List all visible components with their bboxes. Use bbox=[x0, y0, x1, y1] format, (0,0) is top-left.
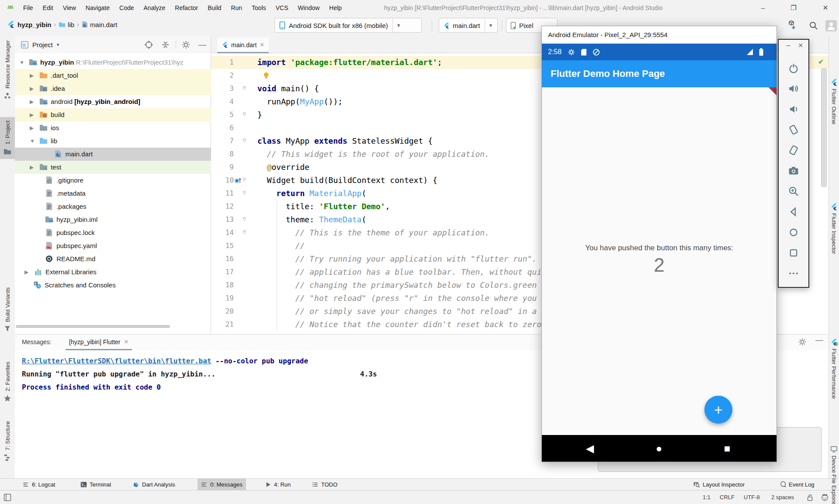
menu-item-run[interactable]: Run bbox=[226, 4, 247, 11]
tree-item-android[interactable]: ▶android [hyzp_yibin_android] bbox=[15, 95, 211, 108]
overview-button[interactable] bbox=[779, 247, 808, 259]
tree-item-main-dart[interactable]: main.dart bbox=[15, 148, 211, 161]
fold-marker-icon[interactable] bbox=[243, 230, 248, 236]
expand-arrow-icon[interactable]: ▶ bbox=[30, 82, 34, 95]
tree-item-lib[interactable]: ▼lib bbox=[15, 135, 211, 148]
avatar[interactable] bbox=[825, 20, 837, 32]
console-tab-flutter[interactable]: [hyzp_yibin] Flutter ✕ bbox=[66, 335, 132, 350]
tree-item-test[interactable]: ▶test bbox=[15, 161, 211, 174]
fold-marker-icon[interactable] bbox=[243, 190, 248, 197]
tool-window-button-messages[interactable]: 0: Messages bbox=[198, 479, 246, 490]
project-view-label[interactable]: Project bbox=[32, 41, 53, 48]
volume-up-button[interactable] bbox=[779, 83, 808, 94]
menu-item-navigate[interactable]: Navigate bbox=[81, 4, 114, 11]
hide-panel-icon[interactable]: — bbox=[198, 40, 206, 49]
menu-item-edit[interactable]: Edit bbox=[38, 4, 58, 11]
tool-window-tab-flutter-performance[interactable]: Flutter Performance bbox=[829, 338, 839, 399]
increment-fab[interactable]: + bbox=[704, 396, 732, 424]
editor-scrollbar[interactable] bbox=[821, 68, 827, 187]
tool-window-tab-device-file-explorer[interactable]: Device File Explorer bbox=[829, 445, 839, 504]
horizontal-scrollbar[interactable] bbox=[16, 325, 170, 328]
file-encoding[interactable]: UTF-8 bbox=[744, 490, 760, 504]
tree-item-pubspec-lock[interactable]: pubspec.lock bbox=[15, 226, 211, 239]
tree-item--dart-tool[interactable]: ▶.dart_tool bbox=[15, 69, 211, 82]
menu-item-vcs[interactable]: VCS bbox=[271, 4, 293, 11]
tree-item-build[interactable]: ▶build bbox=[15, 108, 211, 121]
zoom-button[interactable] bbox=[779, 186, 808, 197]
gear-icon[interactable] bbox=[181, 40, 191, 49]
tool-window-button-terminal[interactable]: Terminal bbox=[77, 479, 114, 490]
expand-arrow-icon[interactable]: ▶ bbox=[30, 161, 34, 174]
back-button[interactable]: ◀ bbox=[581, 435, 599, 462]
tree-item-external-libraries[interactable]: ▶External Libraries bbox=[15, 266, 211, 279]
tool-window-button-todo[interactable]: TODO bbox=[309, 479, 341, 490]
screenshot-button[interactable] bbox=[779, 165, 808, 176]
unlock-icon[interactable] bbox=[807, 494, 814, 501]
menu-item-file[interactable]: File bbox=[18, 4, 38, 11]
volume-down-button[interactable] bbox=[779, 104, 808, 115]
tree-item-hyzp-yibin-iml[interactable]: hyzp_yibin.iml bbox=[15, 213, 211, 226]
rotate-left-button[interactable] bbox=[779, 124, 808, 135]
expand-arrow-icon[interactable]: ▶ bbox=[24, 266, 28, 279]
tool-window-button-logcat[interactable]: 6: Logcat bbox=[19, 479, 59, 490]
locate-file-icon[interactable] bbox=[144, 40, 153, 49]
device-selector[interactable]: Android SDK built for x86 (mobile) ▼ bbox=[274, 18, 422, 33]
tool-window-tab-build-variants[interactable]: Build Variants bbox=[0, 287, 15, 333]
menu-item-help[interactable]: Help bbox=[324, 4, 347, 11]
maximize-button[interactable]: ❐ bbox=[784, 0, 804, 16]
search-icon[interactable] bbox=[808, 21, 819, 31]
menu-item-tools[interactable]: Tools bbox=[247, 4, 271, 11]
collapse-arrow-icon[interactable]: ▼ bbox=[19, 56, 24, 69]
line-separator[interactable]: CRLF bbox=[720, 490, 735, 504]
overview-button[interactable]: ■ bbox=[718, 435, 736, 462]
expand-arrow-icon[interactable]: ▶ bbox=[30, 95, 34, 108]
home-button[interactable] bbox=[779, 227, 808, 238]
tree-item--gitignore[interactable]: .gitignore bbox=[15, 174, 211, 187]
tree-item--idea[interactable]: ▶.idea bbox=[15, 82, 211, 95]
tool-window-tab-7-structure[interactable]: 7: Structure bbox=[0, 421, 15, 461]
fold-marker-icon[interactable] bbox=[243, 112, 248, 118]
tool-window-button-event-log[interactable]: Event Log bbox=[776, 479, 818, 490]
run-config-selector[interactable]: main.dart ▼ bbox=[439, 18, 498, 33]
chevron-down-icon[interactable]: ▼ bbox=[56, 42, 60, 47]
fold-marker-icon[interactable] bbox=[243, 86, 248, 92]
more-options-button[interactable] bbox=[779, 268, 808, 279]
tab-main-dart[interactable]: main.dart ✕ bbox=[217, 38, 269, 53]
gear-icon[interactable] bbox=[798, 338, 807, 346]
tree-item-pubspec-yaml[interactable]: YMLpubspec.yaml bbox=[15, 239, 211, 252]
menu-item-code[interactable]: Code bbox=[114, 4, 139, 11]
breadcrumb-project[interactable]: hyzp_yibin bbox=[17, 21, 52, 28]
overrides-method-icon[interactable] bbox=[234, 177, 242, 184]
back-button[interactable] bbox=[779, 206, 808, 217]
intention-bulb-icon[interactable] bbox=[263, 72, 270, 79]
breadcrumb-dir[interactable]: lib bbox=[68, 21, 74, 28]
tool-window-tab-resource-manager[interactable]: Resource Manager bbox=[0, 40, 15, 100]
tree-item-scratches-and-consoles[interactable]: Scratches and Consoles bbox=[15, 279, 211, 292]
emulator-minimize-button[interactable]: – bbox=[783, 41, 794, 49]
home-button[interactable]: ● bbox=[650, 435, 668, 462]
expand-arrow-icon[interactable]: ▶ bbox=[30, 108, 34, 121]
collapse-arrow-icon[interactable]: ▼ bbox=[30, 135, 35, 148]
rotate-right-button[interactable] bbox=[779, 145, 808, 156]
fold-marker-icon[interactable] bbox=[243, 138, 248, 145]
minimize-button[interactable]: – bbox=[753, 0, 773, 16]
menu-item-view[interactable]: View bbox=[58, 4, 81, 11]
emulator-close-button[interactable]: ✕ bbox=[795, 42, 806, 49]
close-button[interactable]: ✕ bbox=[815, 0, 836, 16]
tool-window-toggle-icon[interactable] bbox=[3, 494, 11, 501]
tool-window-tab-flutter-outline[interactable]: Flutter Outline bbox=[829, 79, 839, 124]
menu-item-window[interactable]: Window bbox=[293, 4, 325, 11]
collapse-all-icon[interactable] bbox=[161, 40, 170, 49]
emulator-title-bar[interactable]: Android Emulator - Pixel_2_API_29:5554 bbox=[542, 26, 777, 44]
tree-item-ios[interactable]: ▶ios bbox=[15, 121, 211, 135]
tool-window-tab-2-favorites[interactable]: 2: Favorites bbox=[0, 362, 15, 402]
emulator-screen[interactable]: DEBUG 2:58 Flutter Demo Home Page You ha… bbox=[542, 44, 777, 462]
menu-item-build[interactable]: Build bbox=[203, 4, 226, 11]
close-tab-icon[interactable]: ✕ bbox=[124, 338, 129, 345]
flutter-bat-link[interactable]: R:\Flutter\FlutterSDK\flutter\bin\flutte… bbox=[22, 357, 211, 365]
tree-item-hyzp-yibin[interactable]: ▼hyzp_yibin R:\FlutterProject\FlutterPro… bbox=[15, 56, 211, 69]
tree-item--packages[interactable]: .packages bbox=[15, 200, 211, 213]
fold-marker-icon[interactable] bbox=[243, 217, 248, 223]
power-button[interactable] bbox=[779, 62, 808, 74]
fold-marker-icon[interactable] bbox=[243, 177, 248, 184]
